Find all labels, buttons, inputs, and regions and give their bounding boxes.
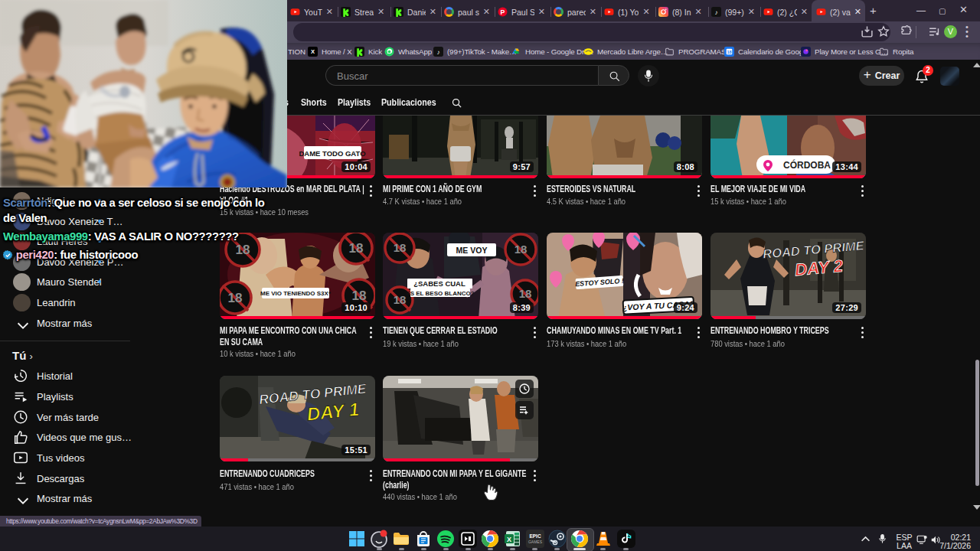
- svg-text:ES EL BESO BLANCO?: ES EL BESO BLANCO?: [406, 290, 474, 297]
- svg-text:ME VIO TENIENDO S3X*: ME VIO TENIENDO S3X*: [260, 290, 332, 297]
- svg-text:CÓRDOBA: CÓRDOBA: [783, 159, 831, 171]
- svg-text:18: 18: [394, 241, 407, 254]
- svg-text:18: 18: [228, 291, 243, 305]
- svg-text:♪: ♪: [437, 48, 440, 55]
- svg-text:GAMES: GAMES: [528, 540, 543, 544]
- svg-text:18: 18: [349, 241, 364, 256]
- svg-text:18: 18: [394, 293, 407, 306]
- svg-text:DAME TODO GATO: DAME TODO GATO: [299, 149, 365, 158]
- svg-text:♪: ♪: [714, 9, 717, 16]
- svg-text:18: 18: [514, 243, 528, 256]
- svg-text:18: 18: [727, 49, 732, 54]
- svg-text:18: 18: [519, 287, 532, 300]
- svg-text:¿SABES CUAL: ¿SABES CUAL: [413, 279, 466, 288]
- svg-text:ME VOY: ME VOY: [456, 246, 488, 255]
- svg-text:P: P: [501, 8, 505, 16]
- svg-text:EPIC: EPIC: [529, 533, 541, 539]
- svg-text:X: X: [507, 536, 511, 543]
- svg-text:18: 18: [352, 289, 367, 303]
- svg-text:18: 18: [236, 243, 250, 257]
- svg-text:X: X: [311, 48, 315, 55]
